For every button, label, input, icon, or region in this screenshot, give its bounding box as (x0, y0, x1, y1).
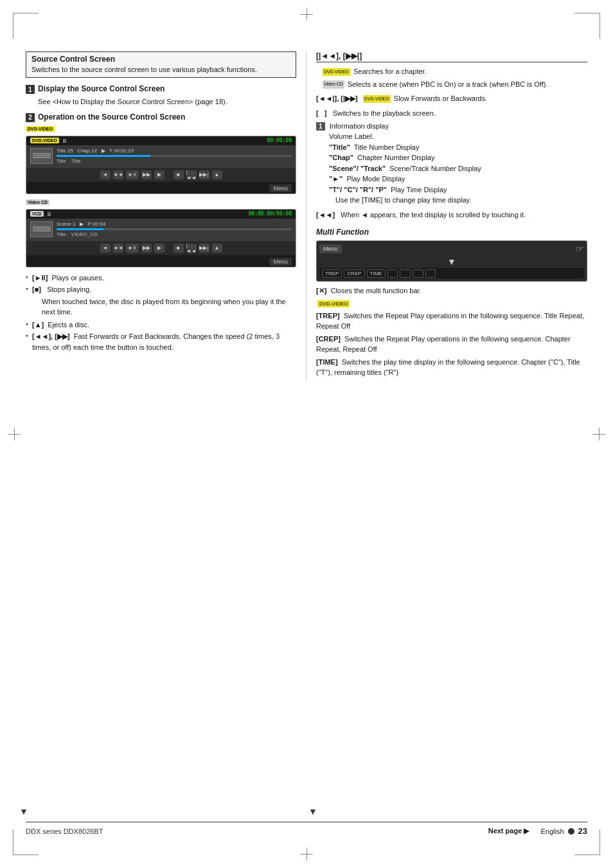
corner-tl (13, 13, 39, 39)
footer-right: Next page ▶ English 23 (488, 826, 587, 836)
vcd-title-row: Scene 1 ▶ P 00:34 (57, 221, 292, 227)
info-title: "Title" Title Number Display (316, 142, 587, 153)
step1-body: See <How to Display the Source Control S… (26, 96, 296, 107)
dvd-info: Title 25 Chap 12 ▶ T 00:01:23 Title Titl… (57, 148, 292, 164)
info-time: "T"/ "C"/ "R"/ "P" Play Time Display (316, 185, 587, 195)
mf-hand-icon: ☞ (576, 244, 584, 254)
mf-dvd-section: DVD-VIDEO (316, 299, 587, 308)
cross-left (8, 428, 21, 440)
dvd-screen-icon: 🖥 (62, 138, 67, 144)
mf-crep: CREP (344, 269, 364, 278)
ctrl-stop-note: When touched twice, the disc is played f… (26, 296, 296, 318)
vcd-ctrl-play: ►II (126, 244, 139, 253)
info-chap: "Chap" Chapter Number Display (316, 152, 587, 163)
dvd-info-row: Title 25 Chap 12 ▶ T 00:01:23 Title Titl… (30, 148, 292, 164)
mf-empty4 (425, 269, 436, 278)
vert-arrow-mid: ▼ (308, 806, 317, 817)
right-section1-title: [|◄◄], [▶▶|] (316, 51, 587, 62)
section-info-display: 1 Information display Volume Label. "Tit… (316, 122, 587, 206)
dvd-title-label2: Title (71, 158, 81, 164)
multi-func-title: Multi Function (316, 228, 587, 237)
info-scene-track: "Scene"/ "Track" Scene/Track Number Disp… (316, 163, 587, 174)
info-volume-label: Volume Label. (316, 131, 587, 142)
dvd-ctrl-ffw2: ▶▶| (199, 170, 209, 179)
ctrl-stop: [■] Stops playing. (26, 284, 296, 295)
dvd-footer: Menu (26, 182, 296, 194)
corner-tr (574, 13, 600, 39)
mf-menu-btn: Menu (319, 244, 342, 253)
vcd-ctrl-ffw: ▶▶ (141, 244, 152, 253)
vcd-thumb (30, 221, 53, 237)
dvd-ctrl-stop: ■ (173, 170, 184, 179)
dvd-controls: ◄ ◄◄ ►II ▶▶ ▶ ■ |◄◄ ▶▶| ▲ (26, 168, 296, 182)
ctrl-eject: [▲] Ejects a disc. (26, 320, 296, 330)
dvd-time: 00:00:00 (267, 138, 292, 143)
ctrl-play-pause: [►II] Plays or pauses. (26, 273, 296, 284)
ctrl-play-icon: [►II] (32, 274, 48, 282)
ctrl-eject-icon: [▲] (32, 321, 44, 329)
mf-empty3 (413, 269, 423, 278)
cross-bottom (300, 847, 313, 860)
section-box-description: Switches to the source control screen to… (31, 66, 290, 73)
vcd-screen-icon: 🖥 (46, 211, 52, 217)
dvd-device-header: DVD-VIDEO 🖥 00:00:00 (26, 136, 296, 145)
scroll-icon: [◄◄] (316, 211, 335, 219)
page-number: 23 (578, 826, 587, 836)
mf-close-item: [✕] Closes the multi function bar. (316, 285, 587, 296)
dvd-title-label: Title (57, 158, 66, 164)
vcd-menu-btn: Menu (269, 258, 292, 266)
info-scene-key: "Scene"/ "Track" (329, 165, 386, 172)
section-playback: [ ] Switches to the playback screen. (316, 108, 587, 119)
main-content: Source Control Screen Switches to the so… (26, 51, 587, 380)
step2-title: Operation on the Source Control Screen (38, 113, 185, 122)
left-column: Source Control Screen Switches to the so… (26, 51, 306, 380)
dvd-ctrl-rew: ◄◄ (113, 170, 123, 179)
next-page-text: Next page ▶ (488, 827, 529, 835)
vcd-ctrl-ffw2: ▶▶| (199, 244, 209, 253)
vcd-ctrl-rew: ◄◄ (113, 244, 123, 253)
vcd-ctrl-next: ▶ (154, 244, 164, 253)
right-column: [|◄◄], [▶▶|] DVD-VIDEO Searches for a ch… (306, 51, 587, 380)
vcd-ctrl-eject: ▲ (212, 244, 222, 253)
step1-header: 1 Display the Source Control Screen (26, 84, 296, 94)
section1-dvd-item: DVD-VIDEO Searches for a chapter. (316, 66, 587, 77)
vcd-ctrl-prev2: |◄◄ (186, 244, 197, 253)
cross-right (592, 428, 605, 440)
vcd-device-label: VCD 🖥 (30, 211, 52, 217)
dvd-badge-small: DVD-VIDEO (30, 138, 59, 143)
mf-time-btn: TIME (367, 269, 386, 278)
info-display-header: 1 Information display (316, 122, 587, 130)
footer-dot (568, 828, 574, 835)
source-control-box: Source Control Screen Switches to the so… (26, 51, 296, 78)
section-slow: [◄◄|], [|▶▶] DVD-VIDEO Slow Forwards or … (316, 93, 587, 104)
dvd-ctrl-ffw: ▶▶ (141, 170, 152, 179)
ctrl-stop-icon: [■] (32, 285, 41, 293)
info-time-note: Use the [TIME] to change play time displ… (316, 195, 587, 206)
info-chap-key: "Chap" (329, 154, 353, 161)
dvd-ctrl-prev2: |◄◄ (186, 170, 197, 179)
mf-trep-item: [TREP] Switches the Repeat Play operatio… (316, 311, 587, 332)
section1-dvd-badge: DVD-VIDEO (323, 68, 350, 77)
mf-arrow: ▼ (319, 257, 584, 267)
step1-badge: 1 (26, 85, 35, 94)
section-scroll: [◄◄] When ◄ appears, the text display is… (316, 210, 587, 221)
mf-trep-key: [TREP] (316, 312, 340, 320)
vcd-device-header: VCD 🖥 00:00:00/00:00 (26, 210, 296, 219)
mf-trep: TREP (322, 269, 342, 278)
mf-top-bar: Menu ☞ (319, 244, 584, 254)
vcd-ctrl-stop: ■ (173, 244, 184, 253)
dvd-device-image: DVD-VIDEO 🖥 00:00:00 Title 25 Chap 12 ▶ … (26, 136, 296, 194)
vcd-title-label: Title (57, 231, 66, 237)
info-display-title: Information display (330, 122, 389, 130)
section1-vcd-item: Video CD Selects a scene (when PBC is On… (316, 79, 587, 90)
multi-function-section: Multi Function Menu ☞ ▼ TREP CREP TIME (316, 228, 587, 378)
footer-language: English (540, 827, 564, 835)
step2-badge: 2 (26, 113, 35, 122)
vcd-screen: Scene 1 ▶ P 00:34 Title VIDEO_CD (26, 219, 296, 241)
vcd-footer: Menu (26, 255, 296, 267)
vcd-device-image: VCD 🖥 00:00:00/00:00 Scene 1 ▶ P 00:34 (26, 209, 296, 267)
mf-time-item: [TIME] Switches the play time display in… (316, 357, 587, 378)
slow-icon: [◄◄|], [|▶▶] (316, 95, 358, 102)
dvd-menu-btn: Menu (269, 185, 292, 192)
dvd-screen: Title 25 Chap 12 ▶ T 00:01:23 Title Titl… (26, 145, 296, 168)
